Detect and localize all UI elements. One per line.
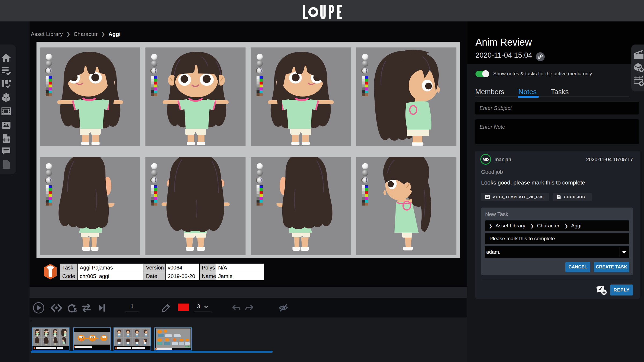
svg-text:5: 5 bbox=[74, 307, 77, 313]
svg-text:mim: mim bbox=[185, 345, 191, 348]
